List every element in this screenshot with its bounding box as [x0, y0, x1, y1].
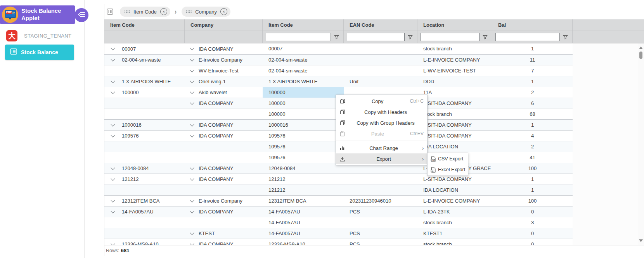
cell-bal[interactable]: 1	[492, 185, 573, 195]
cell-ean-code[interactable]: PCS	[344, 239, 417, 245]
cell-company-group[interactable]: IDA COMPANY	[185, 98, 263, 108]
column-header-item-code[interactable]: Item Code	[263, 19, 344, 31]
tenant-row[interactable]: 大 STAGING_TENANT	[6, 30, 71, 41]
cell-item-code-group[interactable]: 00007	[104, 43, 185, 54]
cell-bal[interactable]: 1	[492, 174, 573, 184]
filter-input-item-code[interactable]	[266, 33, 331, 41]
cell-location[interactable]: DDD	[417, 76, 492, 87]
cell-location[interactable]: L-SIT-IDA COMPANY	[417, 131, 492, 141]
expand-chevron-icon[interactable]	[111, 198, 115, 202]
cell-location[interactable]: KTEST1	[417, 228, 492, 239]
scrollbar-thumb[interactable]	[639, 52, 642, 59]
cell-item-code[interactable]: 109576	[263, 131, 344, 141]
cell-ean-code[interactable]: PCS	[344, 206, 417, 217]
cell-item-code-group[interactable]: 12048-0084	[104, 163, 185, 174]
cell-company-group[interactable]: IDA COMPANY	[185, 120, 263, 130]
cell-ean-code[interactable]	[344, 43, 417, 54]
cell-item-code-group[interactable]	[104, 228, 185, 239]
cell-location[interactable]: stock branch	[417, 43, 492, 54]
cell-location[interactable]: L-WV-EINVOICE-TEST	[417, 65, 492, 76]
cell-bal[interactable]: 1	[492, 76, 573, 87]
cell-item-code-group[interactable]	[104, 141, 185, 152]
cell-item-code-group[interactable]	[104, 152, 185, 163]
cell-item-code-group[interactable]: 12312ITEM BCA	[104, 196, 185, 206]
table-row[interactable]: 02-004-sm-wasteE-invoice Company02-004-s…	[104, 54, 573, 65]
cell-company-group[interactable]: E-invoice Company	[185, 196, 263, 206]
expand-chevron-icon[interactable]	[111, 79, 115, 83]
cell-company-group[interactable]	[185, 152, 263, 163]
cell-ean-code[interactable]	[344, 185, 417, 195]
cell-bal[interactable]: 100	[492, 163, 573, 174]
cell-item-code[interactable]: 12312ITEM BCA	[263, 196, 344, 206]
cell-location[interactable]: stock branch	[417, 109, 492, 119]
cell-bal[interactable]: 41	[492, 152, 573, 163]
cell-bal[interactable]: 11	[492, 55, 573, 65]
cell-item-code[interactable]: 1000016	[263, 120, 344, 130]
cell-item-code[interactable]: 02-004-sm-waste	[263, 55, 344, 65]
cell-item-code[interactable]: 121212	[263, 174, 344, 184]
cell-item-code[interactable]: 14-FA0057AU	[263, 206, 344, 217]
cell-company-group[interactable]	[185, 109, 263, 119]
expand-chevron-icon[interactable]	[190, 79, 194, 83]
scroll-up-icon[interactable]	[639, 46, 643, 49]
cell-item-code-group[interactable]	[104, 98, 185, 108]
cell-item-code-group[interactable]	[104, 65, 185, 76]
cell-item-code[interactable]: 109576	[263, 152, 344, 163]
cell-item-code[interactable]: 12336-MS8-A10	[263, 239, 344, 245]
cell-bal[interactable]: 2	[492, 141, 573, 152]
cell-item-code[interactable]: 100000	[263, 109, 344, 119]
expand-chevron-icon[interactable]	[190, 176, 194, 181]
expand-chevron-icon[interactable]	[111, 57, 115, 61]
expand-chevron-icon[interactable]	[190, 198, 194, 202]
expand-chevron-icon[interactable]	[111, 165, 115, 170]
cell-bal[interactable]: 6	[492, 98, 573, 108]
expand-chevron-icon[interactable]	[111, 46, 115, 50]
scroll-down-icon[interactable]	[639, 239, 643, 242]
menu-item-copy-with-group-headers[interactable]: Copy with Group Headers	[336, 117, 427, 128]
cell-bal[interactable]: 7	[492, 65, 573, 76]
expand-chevron-icon[interactable]	[190, 230, 194, 235]
filter-funnel-icon[interactable]	[405, 35, 415, 40]
cell-item-code[interactable]: 14-FA0057AU	[263, 217, 344, 228]
cell-item-code[interactable]: 14-FA0057AU	[263, 228, 344, 239]
cell-company-group[interactable]	[185, 217, 263, 228]
cell-location[interactable]: L-E-INVOICE COMPANY	[417, 196, 492, 206]
cell-company-group[interactable]	[185, 141, 263, 152]
remove-chip-icon[interactable]: ✕	[220, 8, 227, 15]
expand-chevron-icon[interactable]	[190, 68, 194, 72]
cell-company-group[interactable]: IDA COMPANY	[185, 239, 263, 245]
filter-funnel-icon[interactable]	[480, 35, 490, 40]
menu-item-chart-range[interactable]: Chart Range›	[336, 143, 427, 153]
remove-chip-icon[interactable]: ✕	[160, 8, 167, 15]
table-row[interactable]: 12312ITEM BCAE-invoice Company12312ITEM …	[104, 195, 573, 206]
table-row[interactable]: WV-EInvoice-Test02-004-sm-wasteL-WV-EINV…	[104, 65, 573, 76]
cell-ean-code[interactable]: 202311230946010	[344, 196, 417, 206]
cell-location[interactable]: L-SIT-IDA COMPANY	[417, 98, 492, 108]
column-header-bal[interactable]: Bal	[492, 19, 573, 31]
cell-company-group[interactable]: IDA COMPANY	[185, 174, 263, 184]
expand-chevron-icon[interactable]	[190, 209, 194, 213]
cell-bal[interactable]: 0	[492, 228, 573, 239]
cell-item-code-group[interactable]: 1000016	[104, 120, 185, 130]
cell-ean-code[interactable]	[344, 55, 417, 65]
cell-company-group[interactable]: OneLiving-1	[185, 76, 263, 87]
cell-bal[interactable]: 1	[492, 120, 573, 130]
cell-company-group[interactable]: IDA COMPANY	[185, 43, 263, 54]
cell-bal[interactable]: 3	[492, 217, 573, 228]
cell-location[interactable]: stock branch	[417, 217, 492, 228]
drag-grip-icon[interactable]	[124, 10, 130, 13]
cell-item-code-selected[interactable]: 100000	[263, 87, 344, 98]
columns-panel-icon[interactable]	[107, 9, 113, 15]
cell-location[interactable]: L-IDA-23TK	[417, 206, 492, 217]
filter-input-ean-code[interactable]	[347, 33, 405, 41]
cell-item-code[interactable]: 1 X AIRPODS WHITE	[263, 76, 344, 87]
table-row[interactable]: 14-FA0057AUIDA COMPANY14-FA0057AUPCSL-ID…	[104, 206, 573, 217]
expand-chevron-icon[interactable]	[190, 241, 194, 245]
table-row[interactable]: KTEST14-FA0057AUPCSKTEST10	[104, 228, 573, 239]
cell-location[interactable]: L-SIT-IDA COMPANY	[417, 120, 492, 130]
cell-location[interactable]: IDA LOCATION	[417, 185, 492, 195]
expand-chevron-icon[interactable]	[111, 209, 115, 213]
cell-item-code-group[interactable]: 100000	[104, 87, 185, 98]
cell-ean-code[interactable]	[344, 174, 417, 184]
group-chip-company[interactable]: Company✕	[182, 7, 230, 17]
